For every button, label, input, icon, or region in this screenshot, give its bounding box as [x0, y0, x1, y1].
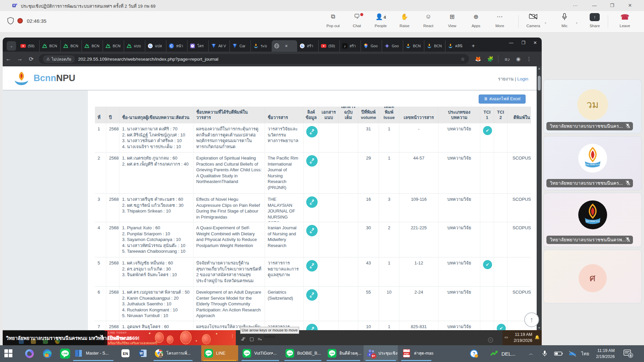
taskbar-app-BoOBiE_B...[interactable]: LINEBoOBiE_B... — [282, 345, 323, 361]
taskbar-app-endnote[interactable]: EN — [118, 345, 133, 361]
people-button[interactable]: 👤4People — [369, 13, 392, 31]
metamask-extension-icon[interactable]: 🦊 — [475, 56, 481, 62]
new-tab-button[interactable]: + — [469, 42, 478, 50]
browser-tab[interactable]: ♪สร้า — [339, 40, 361, 52]
link-icon[interactable] — [306, 324, 318, 330]
camera-chevron[interactable]: ⌄ — [544, 20, 547, 24]
taskbar-clock[interactable]: 11:19 AM2/19/2026 — [596, 345, 615, 362]
raise-button[interactable]: ✋Raise — [393, 13, 416, 31]
reload-button[interactable]: ⟳ — [25, 56, 37, 63]
back-to-top-button[interactable]: ↑ — [524, 312, 539, 327]
scroll-down-icon[interactable]: ▼ — [537, 326, 542, 329]
browser-tab[interactable]: Gแปล — [145, 40, 166, 52]
banner-menu-icon[interactable]: ⋮ — [230, 334, 234, 338]
restore-button[interactable]: ❐ — [607, 2, 617, 9]
address-bar[interactable]: ⚠ไม่ปลอดภัย 202.29.55.109/research/web/r… — [39, 54, 469, 64]
notification-icon[interactable]: 5 — [623, 345, 633, 362]
back-button[interactable]: ← — [3, 56, 14, 62]
onedrive-tray-icon[interactable] — [568, 345, 577, 362]
titlebar-more-button[interactable]: ··· — [570, 2, 580, 9]
taskbar-app-word[interactable]: W — [136, 345, 151, 361]
crop-icon[interactable]: ⌗▾ — [258, 336, 262, 342]
minimize-button[interactable]: — — [589, 2, 599, 9]
browser-tab[interactable]: คลินิ — [445, 40, 466, 52]
browser-tab[interactable]: All V — [208, 40, 229, 52]
participant-tile[interactable]: วมวิทยาลัยพยาบาลบรมราชชนนีนคร... — [543, 79, 642, 133]
link-icon[interactable] — [306, 155, 318, 167]
leave-button[interactable]: ☎ Leave — [613, 13, 637, 31]
browser-tab[interactable]: Cหน้า — [166, 40, 187, 52]
browser-tab[interactable]: BCN — [39, 40, 60, 52]
extensions-puzzle-icon[interactable]: 🧩 — [487, 56, 494, 62]
browser-tab[interactable]: Goo — [382, 40, 403, 52]
participant-tile[interactable]: วิทยาลัยพยาบาลวิทยาลัยพยาบาลบรมราชชนนีนค… — [543, 136, 642, 190]
capture-window-icon[interactable]: ▢ — [250, 336, 254, 342]
security-chip[interactable]: ⚠ไม่ปลอดภัย — [43, 55, 75, 63]
browser-tab[interactable]: (59) — [18, 40, 39, 52]
reading-list-icon[interactable]: ≡♪ — [504, 56, 510, 62]
link-icon[interactable] — [306, 196, 318, 208]
forward-button[interactable]: → — [14, 56, 25, 62]
nav-login-link[interactable]: Login — [517, 76, 528, 81]
tray-mic-icon[interactable] — [542, 345, 547, 362]
language-indicator[interactable]: ไทย — [581, 345, 589, 362]
help-tray-icon[interactable]: ? — [470, 345, 478, 362]
camera-button[interactable]: Camera — [522, 13, 545, 31]
stock-tray-icon[interactable] — [490, 345, 498, 362]
apps-button[interactable]: ⊕Apps — [464, 13, 488, 31]
browser-tab[interactable]: BCN — [403, 40, 424, 52]
view-button[interactable]: ⊞View — [440, 13, 464, 31]
battery-tray-icon[interactable] — [554, 345, 563, 362]
more-button[interactable]: ⋯More — [488, 13, 512, 31]
participant-tile[interactable]: วิทยาลัยพยาบาลวิทยาลัยพยาบาลบรมราชชนนีนค… — [543, 193, 642, 247]
start-button[interactable] — [4, 349, 13, 358]
link-icon[interactable] — [306, 260, 318, 272]
browser-tab[interactable]: Gสร้า — [297, 40, 318, 52]
site-brand[interactable]: BcnnNPU — [34, 73, 75, 83]
browser-close[interactable]: ✕ — [533, 40, 537, 45]
edge-icon[interactable] — [42, 348, 53, 359]
close-button[interactable]: ✕ — [625, 2, 635, 9]
link-icon[interactable] — [306, 225, 318, 236]
taskbar-app-โครงการเพิ่...[interactable]: โครงการเพิ่... — [152, 345, 195, 361]
browser-tab[interactable]: BCN — [103, 40, 124, 52]
paperclip-icon[interactable]: 🖇 — [241, 336, 246, 342]
browser-tab[interactable]: โคร — [187, 40, 208, 52]
scroll-thumb[interactable] — [538, 76, 541, 90]
taskbar-app-VutTiGon•...[interactable]: LINEVutTiGon•... — [239, 345, 281, 361]
taskbar-app-Master - S...[interactable]: Master - S... — [71, 345, 115, 361]
link-icon[interactable] — [306, 126, 318, 137]
browser-tab[interactable]: Car — [229, 40, 251, 52]
mic-button[interactable]: Mic — [553, 13, 576, 31]
taskbar-app-ประชุมเชิงป...[interactable]: T9+ประชุมเชิงป... — [364, 345, 398, 361]
export-excel-button[interactable]: 🗎 ส่งออกไฟล์ Excel — [479, 95, 526, 104]
line-pinned-icon[interactable]: LINE — [60, 348, 70, 359]
browser-tab[interactable]: แบบ — [124, 40, 145, 52]
taskbar-app-ยินดีด้วยคุ...[interactable]: LINEยินดีด้วยคุ... — [325, 345, 362, 361]
taskbar-app-ล่าสุด-mas...[interactable]: PDFล่าสุด-mas... — [399, 345, 433, 361]
scroll-up-icon[interactable]: ▲ — [537, 67, 542, 70]
share-button[interactable]: ↑ Share — [583, 13, 606, 31]
browser-tab[interactable]: BCN — [424, 40, 445, 52]
browser-tab[interactable]: ระบ — [251, 40, 272, 52]
browser-tab[interactable]: BCN — [60, 40, 82, 52]
bookmark-star-icon[interactable]: ☆ — [461, 56, 465, 62]
browser-tab-active[interactable]: ✕ — [272, 40, 297, 52]
browser-tab[interactable]: BCN — [82, 40, 103, 52]
tray-expand-chevron[interactable]: ︿ — [529, 345, 533, 362]
participant-tile[interactable]: ศ — [543, 250, 642, 303]
browser-tab[interactable]: (59) — [318, 40, 339, 52]
url-text[interactable]: 202.29.55.109/research/web/research/inde… — [78, 57, 461, 62]
link-icon[interactable] — [306, 289, 318, 301]
copilot-icon[interactable] — [24, 348, 35, 359]
chat-button[interactable]: 🗨Chat — [345, 13, 369, 31]
del-tray-text[interactable]: DEL... — [501, 345, 516, 362]
taskbar-app-LINE[interactable]: LINELINE — [201, 345, 238, 361]
browser-restore[interactable]: ❐ — [521, 40, 525, 45]
tab-close-icon[interactable]: ✕ — [285, 44, 288, 48]
browser-menu-icon[interactable]: ⋮ — [527, 56, 532, 62]
page-scrollbar[interactable]: ▲ ▼ — [537, 66, 542, 330]
tab-search-button[interactable]: ⌄ — [7, 41, 16, 51]
nav-report-link[interactable]: รายงาน — [498, 76, 514, 81]
react-button[interactable]: ☺React — [417, 13, 440, 31]
